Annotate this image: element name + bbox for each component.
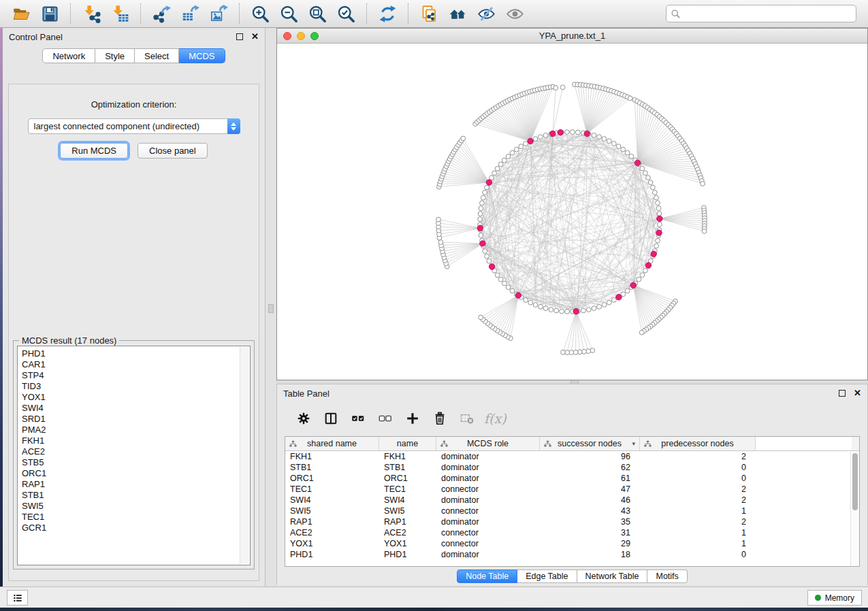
graph-node[interactable] [640,166,645,171]
table-row[interactable]: PHD1PHD1dominator180 [285,549,859,560]
mcds-result-list[interactable]: PHD1CAR1STP4TID3YOX1SWI4SRD1PMA2FKH1ACE2… [17,346,251,565]
graph-node[interactable] [570,130,575,135]
export-image-button[interactable] [207,3,230,24]
destroy-table-button[interactable] [457,408,477,429]
graph-node[interactable] [498,162,503,167]
selected-graph-node[interactable] [489,264,495,269]
select-all-button[interactable] [348,408,368,429]
table-row[interactable]: SWI4SWI4dominator462 [285,495,859,506]
graph-node[interactable] [506,154,511,159]
show-visuals-button[interactable] [503,3,526,24]
graph-node[interactable] [539,304,543,309]
settings-button[interactable] [293,408,314,429]
graph-node[interactable] [643,268,648,273]
graph-node[interactable] [485,254,489,259]
graph-node[interactable] [625,150,630,155]
selected-graph-node[interactable] [477,225,483,231]
selected-graph-node[interactable] [573,309,579,314]
column-header-name[interactable]: name [379,437,436,450]
export-network-button[interactable] [150,3,173,24]
zoom-out-button[interactable] [277,3,300,24]
graph-node[interactable] [543,306,548,311]
graph-node[interactable] [602,303,607,308]
selected-graph-node[interactable] [616,295,622,300]
vertical-pane-divider[interactable] [266,28,276,587]
graph-node[interactable] [597,304,602,309]
graph-node[interactable] [483,249,487,254]
graph-node[interactable] [498,277,503,282]
result-list-scrollbar[interactable] [240,347,249,564]
graph-node[interactable] [524,142,528,146]
graph-node[interactable] [480,201,485,205]
graph-node[interactable] [528,300,533,305]
table-row[interactable]: TEC1TEC1connector472 [285,484,859,495]
graph-node[interactable] [621,147,626,152]
neighbors-button[interactable] [446,3,469,24]
graph-node[interactable] [701,182,705,186]
graph-node[interactable] [561,350,566,354]
graph-node[interactable] [510,288,515,293]
graph-node[interactable] [656,206,661,211]
graph-node[interactable] [506,285,511,290]
graph-node[interactable] [648,180,653,185]
graph-node[interactable] [576,130,581,135]
save-button[interactable] [38,3,61,24]
selected-graph-node[interactable] [515,293,521,298]
import-network-button[interactable] [80,3,103,24]
graph-node[interactable] [643,171,647,176]
selected-graph-node[interactable] [634,160,640,165]
graph-node[interactable] [438,240,443,245]
graph-node[interactable] [602,137,607,142]
selected-graph-node[interactable] [558,130,563,135]
network-graph[interactable] [277,44,867,380]
tab-edge-table[interactable]: Edge Table [517,569,577,583]
open-button[interactable] [10,3,33,24]
graph-node[interactable] [461,136,466,141]
graph-node[interactable] [625,288,630,293]
table-row[interactable]: ACE2ACE2connector311 [285,527,859,538]
criterion-select[interactable]: largest connected component (undirected) [28,118,240,134]
graph-node[interactable] [628,96,632,101]
graph-node[interactable] [658,222,662,227]
graph-node[interactable] [616,144,621,149]
selected-graph-node[interactable] [550,131,556,136]
graph-node[interactable] [607,139,611,144]
zoom-in-button[interactable] [248,3,272,24]
graph-node[interactable] [581,308,586,313]
graph-node[interactable] [553,86,558,90]
graph-node[interactable] [652,191,657,195]
selected-graph-node[interactable] [630,282,636,288]
graph-node[interactable] [592,133,596,137]
graph-node[interactable] [478,217,483,222]
graph-node[interactable] [485,185,489,190]
table-row[interactable]: SWI5SWI5connector431 [285,506,859,516]
graph-node[interactable] [656,201,660,205]
graph-node[interactable] [533,303,538,308]
table-row[interactable]: RAP1RAP1dominator352 [285,516,859,527]
delete-button[interactable] [430,408,450,429]
graph-node[interactable] [554,308,559,313]
graph-node[interactable] [565,130,570,135]
selected-graph-node[interactable] [657,216,662,221]
selected-graph-node[interactable] [480,241,485,246]
search-input[interactable] [681,7,856,20]
graph-node[interactable] [657,212,662,216]
close-panel-icon[interactable]: ✕ [251,33,259,40]
graph-node[interactable] [640,273,645,278]
selected-graph-node[interactable] [486,180,492,185]
table-row[interactable]: ORC1ORC1dominator610 [285,473,859,484]
zoom-fit-button[interactable] [306,3,329,24]
function-builder-button[interactable]: f(x) [484,411,507,426]
graph-node[interactable] [611,142,616,146]
graph-node[interactable] [481,195,485,200]
graph-node[interactable] [492,171,497,176]
graph-node[interactable] [533,137,538,142]
table-row[interactable]: FKH1FKH1dominator962 [285,451,859,462]
graph-node[interactable] [592,306,596,311]
graph-node[interactable] [510,150,515,155]
run-mcds-button[interactable]: Run MCDS [60,143,128,159]
float-panel-icon[interactable] [236,33,243,40]
graph-node[interactable] [495,273,500,278]
clone-network-button[interactable] [417,3,440,24]
graph-node[interactable] [656,238,660,243]
